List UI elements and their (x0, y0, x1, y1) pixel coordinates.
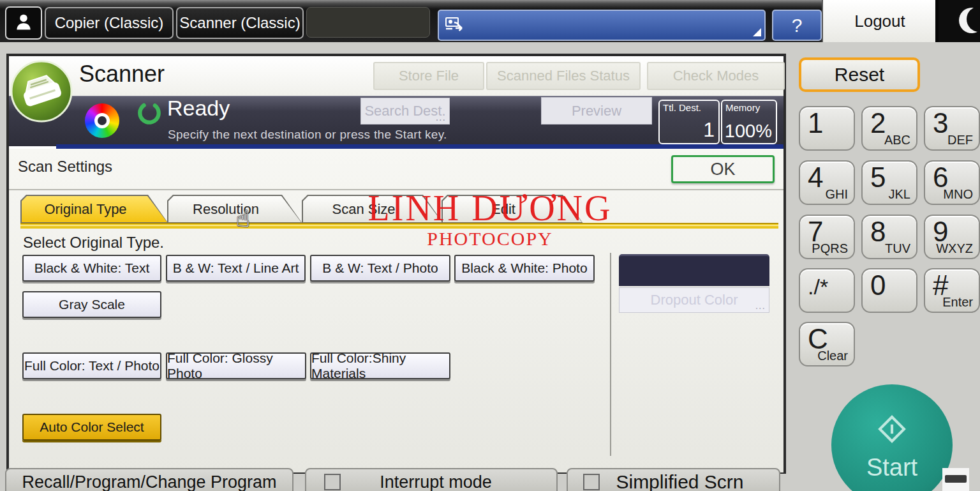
btn-bw-photo-label: Black & White: Photo (461, 261, 587, 276)
memory-label: Memory (725, 102, 760, 113)
hand-cursor: ☝ (236, 206, 250, 232)
key-0[interactable]: 0 (861, 268, 917, 313)
btn-bw-text-photo[interactable]: B & W: Text / Photo (310, 255, 450, 282)
scanned-files-status-button[interactable]: Scanned Files Status (486, 62, 641, 90)
tab-empty-slot[interactable] (306, 7, 430, 38)
btn-gray-scale-label: Gray Scale (59, 297, 125, 312)
search-dest-label: Search Dest. (364, 103, 445, 119)
interrupt-checkbox[interactable] (324, 474, 341, 490)
key-6[interactable]: 6 MNO (924, 160, 980, 205)
btn-fullcolor-text-photo-label: Full Color: Text / Photo (24, 358, 160, 374)
key-9[interactable]: 9 WXYZ (924, 215, 980, 259)
btn-bw-text-label: Black & White: Text (34, 261, 150, 276)
video-watermark-logo (942, 468, 969, 491)
btn-bw-photo[interactable]: Black & White: Photo (454, 255, 595, 282)
check-modes-button[interactable]: Check Modes (647, 62, 785, 90)
reset-label: Reset (835, 64, 884, 86)
device-screen: Copier (Classic) Scanner (Classic) ? Log… (0, 0, 980, 491)
key-8[interactable]: 8 TUV (861, 215, 917, 259)
dropout-ellipsis: ... (755, 300, 766, 312)
tab-original-type-label: Original Type (20, 195, 151, 223)
dropout-color-label: Dropout Color (651, 292, 738, 308)
interrupt-mode-button[interactable]: Interrupt mode (305, 468, 558, 491)
simplified-checkbox[interactable] (583, 474, 600, 490)
destination-strip (56, 144, 783, 149)
ok-label: OK (710, 160, 735, 179)
scan-settings-title: Scan Settings (18, 158, 112, 176)
recall-program-button[interactable]: Recall/Program/Change Program (5, 468, 293, 491)
user-button[interactable] (5, 6, 42, 40)
dropout-color-button[interactable]: Dropout Color ... (619, 287, 769, 313)
scanned-files-status-label: Scanned Files Status (497, 68, 630, 84)
recall-program-label: Recall/Program/Change Program (22, 472, 276, 491)
memory-indicator: Memory 100% (721, 100, 777, 144)
color-wheel-icon (85, 103, 119, 138)
store-file-label: Store File (399, 68, 459, 84)
preview-label: Preview (572, 103, 621, 119)
memory-value: 100% (725, 121, 772, 142)
help-label: ? (792, 15, 803, 36)
search-dest-ellipsis: ... (436, 112, 446, 123)
scanner-app-icon (9, 59, 74, 124)
btn-fullcolor-glossy[interactable]: Full Color: Glossy Photo (166, 352, 306, 379)
ttl-dest-value: 1 (703, 118, 715, 142)
screen-switch-icon (445, 15, 466, 37)
reset-button[interactable]: Reset (799, 57, 920, 92)
top-hardkey-bar: Copier (Classic) Scanner (Classic) ? Log… (0, 0, 980, 42)
tab-original-type[interactable]: Original Type (20, 195, 168, 223)
btn-bw-text-photo-label: B & W: Text / Photo (322, 261, 438, 276)
tab-resolution[interactable]: Resolution (167, 195, 302, 223)
btn-bw-text-lineart-label: B & W: Text / Line Art (173, 261, 299, 276)
start-button[interactable]: Start (831, 384, 953, 491)
key-2[interactable]: 2 ABC (861, 106, 917, 151)
logout-label: Logout (854, 11, 905, 31)
key-1[interactable]: 1 (799, 106, 855, 151)
tab-scanner-label: Scanner (Classic) (179, 14, 300, 32)
btn-fullcolor-shiny-label: Full Color:Shiny Materials (311, 351, 449, 381)
key-7[interactable]: 7 PQRS (799, 215, 855, 259)
user-icon (14, 12, 33, 34)
search-dest-button[interactable]: Search Dest. ... (360, 98, 450, 125)
watermark-line2: PHOTOCOPY (427, 228, 553, 250)
tab-copier-classic[interactable]: Copier (Classic) (45, 7, 174, 39)
start-diamond-icon (872, 409, 912, 451)
vertical-divider (610, 253, 611, 456)
btn-fullcolor-glossy-label: Full Color: Glossy Photo (167, 351, 305, 381)
key-clear[interactable]: C Clear (799, 322, 855, 366)
btn-auto-color-select[interactable]: Auto Color Select (22, 414, 161, 441)
btn-gray-scale[interactable]: Gray Scale (22, 291, 161, 318)
key-hash-enter[interactable]: # Enter (924, 268, 980, 313)
key-3[interactable]: 3 DEF (924, 106, 980, 151)
key-5[interactable]: 5 JKL (861, 160, 917, 205)
check-modes-label: Check Modes (673, 68, 759, 84)
function-dropdown[interactable] (438, 10, 766, 41)
store-file-button[interactable]: Store File (373, 62, 484, 90)
simplified-screen-button[interactable]: Simplified Scrn (567, 468, 780, 491)
btn-fullcolor-text-photo[interactable]: Full Color: Text / Photo (22, 352, 161, 379)
btn-bw-text-lineart[interactable]: B & W: Text / Line Art (166, 255, 306, 282)
app-title: Scanner (79, 61, 165, 87)
ttl-dest-label: Ttl. Dest. (663, 102, 701, 113)
logout-button[interactable]: Logout (822, 0, 937, 42)
dropout-color-header (619, 254, 769, 286)
total-destination-counter: Ttl. Dest. 1 (658, 100, 720, 144)
tab-copier-label: Copier (Classic) (55, 14, 164, 32)
key-4[interactable]: 4 GHI (799, 160, 855, 205)
interrupt-mode-label: Interrupt mode (341, 472, 531, 491)
watermark-line1: LINH DƯƠNG (368, 188, 612, 229)
key-dot-star[interactable]: ./* (799, 268, 855, 313)
help-button[interactable]: ? (772, 10, 822, 41)
start-label: Start (866, 454, 917, 481)
section-label: Select Original Type. (23, 234, 164, 252)
btn-bw-text[interactable]: Black & White: Text (22, 255, 161, 282)
ready-ring-icon (136, 100, 163, 126)
btn-auto-color-select-label: Auto Color Select (40, 419, 144, 435)
status-message: Specify the next destination or press th… (168, 128, 447, 142)
ok-button[interactable]: OK (671, 155, 775, 183)
btn-fullcolor-shiny[interactable]: Full Color:Shiny Materials (310, 352, 450, 379)
preview-button[interactable]: Preview (541, 97, 652, 125)
status-state: Ready (167, 96, 230, 121)
tab-scanner-classic[interactable]: Scanner (Classic) (176, 7, 304, 39)
energy-saver-button[interactable] (939, 0, 980, 42)
simplified-screen-label: Simplified Scrn (600, 471, 760, 491)
